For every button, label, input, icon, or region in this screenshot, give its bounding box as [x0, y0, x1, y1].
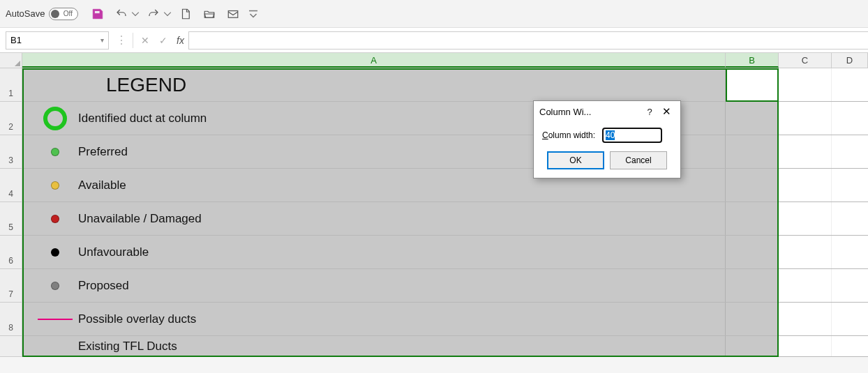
cell-d8[interactable]: [832, 303, 868, 335]
active-cell-b1[interactable]: [726, 68, 779, 102]
ok-button[interactable]: OK: [547, 151, 604, 169]
save-button[interactable]: [88, 4, 107, 24]
cell-c5[interactable]: [779, 202, 832, 235]
cells-area[interactable]: LEGEND Identified duct at column Preferr…: [22, 68, 868, 357]
autosave-control: AutoSave Off: [6, 8, 78, 20]
row-header-5[interactable]: 5: [0, 202, 22, 236]
help-button[interactable]: ?: [641, 107, 658, 117]
legend-item-label: Possible overlay ducts: [78, 312, 196, 326]
row-header-6[interactable]: 6: [0, 236, 22, 269]
enter-formula-button[interactable]: ✓: [154, 35, 172, 46]
dialog-titlebar[interactable]: Column Wi... ? ✕: [534, 101, 680, 122]
autosave-label: AutoSave: [6, 8, 45, 19]
cell-b9[interactable]: [726, 336, 779, 356]
cell-b6[interactable]: [726, 236, 779, 268]
dot-yellow-icon: [32, 181, 78, 190]
cell-b5[interactable]: [726, 202, 779, 235]
legend-item-label: Unavailable / Damaged: [78, 212, 202, 226]
select-all-corner[interactable]: [0, 53, 22, 68]
column-header-a[interactable]: A: [22, 53, 726, 68]
cell-d6[interactable]: [832, 236, 868, 268]
cell-b4[interactable]: [726, 169, 779, 201]
fx-label[interactable]: fx: [172, 35, 188, 46]
column-width-input[interactable]: [602, 128, 662, 143]
ring-icon: [32, 107, 78, 130]
open-file-button[interactable]: [200, 4, 219, 24]
dot-black-icon: [32, 248, 78, 257]
cell-a9[interactable]: Existing TFL Ducts: [22, 336, 726, 356]
cell-c3[interactable]: [779, 135, 832, 168]
customize-qat-button[interactable]: [247, 4, 260, 24]
dot-red-icon: [32, 215, 78, 223]
redo-dropdown[interactable]: [163, 4, 172, 24]
name-box-dropdown-icon: ▾: [100, 36, 104, 44]
cell-c1[interactable]: [779, 68, 832, 101]
row-header-7[interactable]: 7: [0, 269, 22, 303]
row-header-9[interactable]: [0, 336, 22, 357]
autosave-state: Off: [61, 10, 77, 17]
undo-dropdown[interactable]: [131, 4, 140, 24]
cell-d1[interactable]: [832, 68, 868, 101]
dialog-body: Column width: OK Cancel: [534, 122, 680, 178]
cell-c2[interactable]: [779, 102, 832, 135]
row-header-8[interactable]: 8: [0, 303, 22, 336]
spreadsheet-grid: A B C D 1 2 3 4 5 6 7 8 LEGEND: [0, 53, 868, 357]
row-2: Identified duct at column: [22, 102, 868, 135]
cell-d4[interactable]: [832, 169, 868, 201]
cell-c9[interactable]: [779, 336, 832, 356]
cell-a8[interactable]: Possible overlay ducts: [22, 303, 726, 335]
cell-b7[interactable]: [726, 269, 779, 302]
column-header-c[interactable]: C: [779, 53, 832, 68]
close-button[interactable]: ✕: [658, 105, 675, 118]
column-header-d[interactable]: D: [832, 53, 868, 68]
cell-d2[interactable]: [832, 102, 868, 135]
cell-c6[interactable]: [779, 236, 832, 268]
formula-bar-options[interactable]: ⋮: [113, 33, 130, 47]
legend-item-label: Identified duct at column: [78, 112, 207, 125]
column-width-label: Column width:: [542, 130, 595, 140]
dot-green-icon: [32, 148, 78, 156]
row-header-4[interactable]: 4: [0, 169, 22, 202]
cell-a6[interactable]: Unfavourable: [22, 236, 726, 268]
email-button[interactable]: [223, 4, 243, 24]
divider: [133, 33, 133, 48]
cancel-formula-button[interactable]: ✕: [136, 35, 154, 46]
svg-rect-0: [229, 10, 239, 17]
row-header-1[interactable]: 1: [0, 68, 22, 102]
redo-button[interactable]: [144, 4, 163, 24]
row-5: Unavailable / Damaged: [22, 202, 868, 236]
row-7: Proposed: [22, 269, 868, 303]
cell-a5[interactable]: Unavailable / Damaged: [22, 202, 726, 235]
cell-a7[interactable]: Proposed: [22, 269, 726, 302]
autosave-toggle[interactable]: Off: [49, 8, 78, 20]
cell-b3[interactable]: [726, 135, 779, 168]
toggle-knob: [51, 10, 59, 18]
column-header-b[interactable]: B: [726, 53, 779, 68]
undo-button[interactable]: [112, 4, 131, 24]
row-9: Existing TFL Ducts: [22, 336, 868, 357]
cell-b2[interactable]: [726, 102, 779, 135]
cell-c7[interactable]: [779, 269, 832, 302]
formula-input[interactable]: [188, 31, 868, 50]
new-file-button[interactable]: [176, 4, 195, 24]
line-magenta-icon: [32, 319, 78, 320]
cell-c8[interactable]: [779, 303, 832, 335]
cell-a1[interactable]: LEGEND: [22, 68, 726, 101]
cell-d9[interactable]: [832, 336, 868, 356]
cell-d5[interactable]: [832, 202, 868, 235]
row-header-3[interactable]: 3: [0, 135, 22, 169]
row-header-2[interactable]: 2: [0, 102, 22, 135]
cell-d7[interactable]: [832, 269, 868, 302]
formula-bar: B1 ▾ ⋮ ✕ ✓ fx: [0, 28, 868, 53]
cancel-button[interactable]: Cancel: [610, 151, 667, 169]
name-box[interactable]: B1 ▾: [6, 31, 109, 50]
cell-d3[interactable]: [832, 135, 868, 168]
row-headers: 1 2 3 4 5 6 7 8: [0, 68, 22, 357]
cell-b8[interactable]: [726, 303, 779, 335]
legend-item-label: Existing TFL Ducts: [78, 340, 177, 353]
quick-access-toolbar: AutoSave Off: [0, 0, 868, 28]
legend-item-label: Unfavourable: [78, 245, 149, 259]
dot-grey-icon: [32, 282, 78, 290]
cell-c4[interactable]: [779, 169, 832, 201]
dialog-input-row: Column width:: [542, 128, 672, 143]
